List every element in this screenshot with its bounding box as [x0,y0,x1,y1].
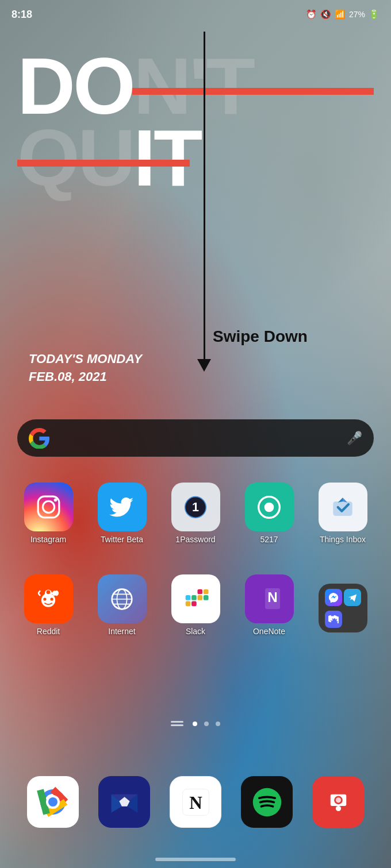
svg-rect-23 [186,601,191,606]
date-line1: TODAY'S MONDAY [29,350,142,368]
svg-point-6 [264,502,274,512]
slack-label: Slack [186,627,205,636]
app-twitter[interactable]: Twitter Beta [90,483,154,544]
indicator-0[interactable] [193,722,197,726]
onenote-label: OneNote [253,627,285,636]
dock-screenshot[interactable] [312,776,364,828]
home-bar [155,858,236,861]
swipe-arrow [195,32,213,388]
date-line2: FEB.08, 2021 [29,368,142,386]
svg-point-47 [335,805,340,811]
onepassword-label: 1Password [175,535,215,544]
reddit-label: Reddit [37,627,60,636]
app-reddit[interactable]: Reddit [17,574,80,636]
things-icon[interactable] [319,483,367,531]
svg-rect-22 [191,595,197,600]
app-onenote[interactable]: N OneNote [237,574,301,636]
app-folder[interactable] [311,584,374,636]
dock-email[interactable] [98,776,150,828]
onenote-icon[interactable]: N [245,574,294,623]
svg-rect-25 [197,589,202,594]
instagram-label: Instagram [30,535,66,544]
things-label: Things Inbox [320,535,366,544]
app-slack[interactable]: Slack [164,574,227,636]
instagram-icon[interactable] [24,483,73,531]
svg-text:1: 1 [192,499,199,514]
page-indicators [0,721,391,726]
google-logo [29,428,49,449]
mic-icon[interactable]: 🎤 [347,431,362,446]
svg-point-10 [43,597,46,600]
text-qu: QU [17,118,133,198]
svg-rect-28 [204,595,209,600]
svg-rect-26 [197,595,202,600]
onepassword-icon[interactable]: 1 [171,483,220,531]
internet-icon[interactable] [98,574,147,623]
svg-point-36 [48,797,57,807]
dock-chrome[interactable] [27,776,79,828]
svg-point-1 [43,501,54,512]
slack-icon[interactable] [171,574,220,623]
indicator-1[interactable] [204,722,209,726]
svg-point-49 [335,797,340,803]
wifi-icon: 📶 [335,9,346,20]
svg-rect-27 [204,589,209,594]
dock: N [12,770,379,834]
apps-row-1: Instagram Twitter Beta 1 1Password 5217 [0,483,391,544]
svg-rect-24 [191,601,197,606]
twitter-label: Twitter Beta [101,535,143,544]
arrow-line [204,32,205,359]
text-it: IT [133,118,200,198]
dock-notion[interactable]: N [170,776,221,828]
battery-text: 27% [349,10,365,19]
alarm-icon: ⏰ [306,9,317,20]
svg-point-15 [47,590,51,594]
app-instagram[interactable]: Instagram [17,483,80,544]
twitter-icon[interactable] [98,483,147,531]
red-line-1 [132,88,374,95]
search-bar[interactable]: 🎤 [17,419,374,457]
internet-label: Internet [108,627,135,636]
reddit-icon[interactable] [24,574,73,623]
svg-point-11 [50,597,53,600]
5217-label: 5217 [260,535,278,544]
status-bar: 8:18 ⏰ 🔇 📶 27% 🔋 [0,0,391,29]
5217-icon[interactable] [245,483,294,531]
red-line-2 [17,160,190,167]
status-icons: ⏰ 🔇 📶 27% 🔋 [306,9,379,20]
apps-row-2: Reddit Internet [0,574,391,636]
date-display: TODAY'S MONDAY FEB.08, 2021 [29,350,142,386]
status-time: 8:18 [12,9,32,21]
app-things[interactable]: Things Inbox [311,483,374,544]
svg-point-2 [53,499,57,502]
pages-menu-icon [171,721,183,726]
swipe-down-text: Swipe Down [213,327,308,346]
svg-text:N: N [267,589,278,605]
indicator-2[interactable] [216,722,220,726]
folder-icon[interactable] [319,584,367,632]
battery-icon: 🔋 [369,9,379,20]
app-internet[interactable]: Internet [90,574,154,636]
mute-icon: 🔇 [320,9,331,20]
app-1password[interactable]: 1 1Password [164,483,227,544]
dock-spotify[interactable] [241,776,293,828]
svg-text:N: N [189,792,202,812]
app-5217[interactable]: 5217 [237,483,301,544]
svg-rect-21 [186,595,191,600]
arrow-head [197,359,211,372]
